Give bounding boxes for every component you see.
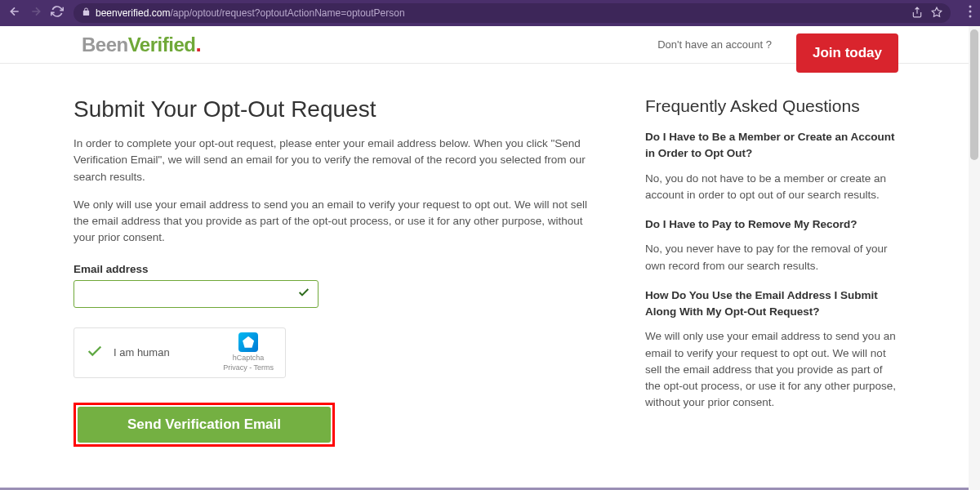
share-icon[interactable] (911, 7, 923, 20)
svg-point-0 (969, 6, 972, 8)
nav-buttons (8, 5, 64, 21)
page-title: Submit Your Opt-Out Request (74, 96, 596, 122)
email-input-wrap (74, 280, 318, 308)
account-prompt: Don't have an account ? (657, 38, 772, 51)
star-icon[interactable] (931, 7, 942, 20)
url-bar[interactable]: beenverified.com/app/optout/request?opto… (74, 3, 951, 23)
email-field[interactable] (74, 280, 318, 308)
captcha-text: I am human (114, 346, 213, 359)
svg-point-1 (969, 11, 972, 13)
faq-question: How Do You Use the Email Address I Submi… (645, 287, 898, 321)
svg-point-2 (969, 16, 972, 18)
captcha-check-icon (86, 342, 104, 363)
scrollbar-thumb[interactable] (970, 29, 978, 160)
intro-paragraph-2: We only will use your email address to s… (74, 197, 596, 247)
browser-menu-icon[interactable] (969, 5, 972, 21)
lock-icon (82, 7, 91, 19)
faq-title: Frequently Asked Questions (645, 96, 898, 116)
faq-column: Frequently Asked Questions Do I Have to … (645, 96, 898, 447)
main-column: Submit Your Opt-Out Request In order to … (74, 96, 596, 447)
page-content: Submit Your Opt-Out Request In order to … (0, 64, 980, 471)
faq-answer: No, you do not have to be a member or cr… (645, 171, 898, 204)
forward-icon[interactable] (29, 5, 42, 21)
site-logo[interactable]: BeenVerified. (82, 32, 201, 57)
faq-question: Do I Have to Pay to Remove My Record? (645, 216, 898, 233)
faq-question: Do I Have to Be a Member or Create an Ac… (645, 129, 898, 163)
url-domain: beenverified.com (96, 7, 170, 19)
faq-answer: We will only use your email address to s… (645, 328, 898, 411)
email-label: Email address (74, 263, 596, 275)
intro-paragraph-1: In order to complete your opt-out reques… (74, 136, 596, 185)
footer-bar (0, 488, 980, 491)
back-icon[interactable] (8, 5, 21, 21)
send-button-highlight: Send Verification Email (74, 403, 335, 447)
site-header: BeenVerified. Don't have an account ? Jo… (0, 26, 980, 64)
hcaptcha-logo-icon (238, 332, 258, 352)
send-verification-button[interactable]: Send Verification Email (78, 407, 331, 443)
url-path: /app/optout/request?optoutActionName=opt… (170, 7, 404, 19)
captcha-brand: hCaptcha Privacy - Terms (223, 332, 274, 372)
captcha-widget[interactable]: I am human hCaptcha Privacy - Terms (74, 327, 286, 378)
faq-answer: No, you never have to pay for the remova… (645, 241, 898, 274)
join-button[interactable]: Join today (796, 33, 898, 73)
browser-chrome: beenverified.com/app/optout/request?opto… (0, 0, 980, 26)
scrollbar[interactable] (969, 26, 980, 490)
reload-icon[interactable] (51, 5, 64, 21)
checkmark-icon (297, 286, 310, 302)
